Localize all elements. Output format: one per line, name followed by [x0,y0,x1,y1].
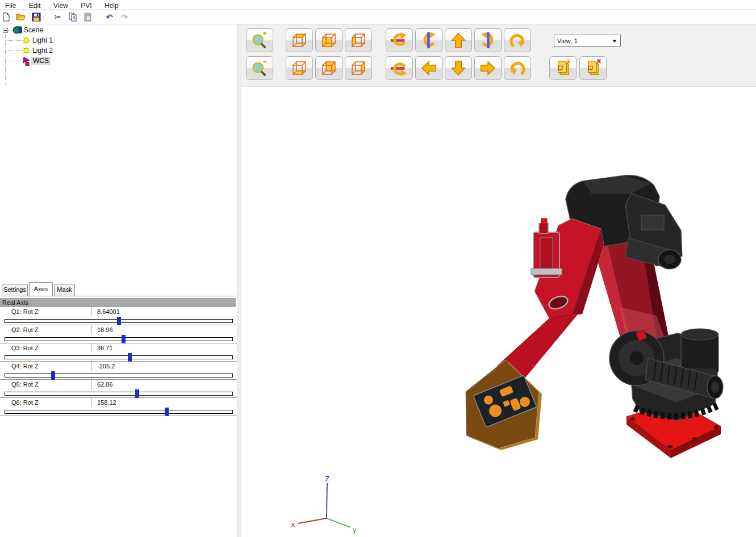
tree-item-scene[interactable]: Scene [12,25,45,35]
cut-button[interactable]: ✂ [52,11,64,23]
tree-connector [5,61,21,61]
robot-arm-model [461,171,739,460]
z-axis-line [327,483,327,518]
real-axis-header: Real Axis [0,298,236,307]
view-bottom-button[interactable] [286,56,313,80]
arrow-right-icon [479,60,496,77]
axis-slider-q1[interactable] [5,319,233,323]
y-axis-label: y [352,526,357,534]
zoom-out-icon [250,59,269,77]
save-button[interactable] [30,11,43,23]
robot-tool-plate [466,360,542,450]
rotate-cw-button[interactable] [504,28,531,52]
rotate-x-up-button[interactable] [386,28,413,52]
slider-thumb[interactable] [117,317,121,325]
pan-down-button[interactable] [445,56,472,80]
view-select-dropdown[interactable]: View_1 [554,35,621,47]
view-right-button[interactable] [345,56,372,80]
undo-icon: ↶ [106,13,113,21]
rotate-y-right-icon [479,31,497,49]
tree-item-label: Light 1 [31,36,55,44]
coordinate-triad: Z x y [287,475,367,537]
axis-label: Q6: Rot Z [11,399,39,406]
cube-bottom-icon [291,60,308,77]
open-file-icon [16,12,26,22]
undo-button[interactable]: ↶ [103,11,116,23]
rotate-ccw-button[interactable] [504,56,531,80]
tree-item-label: Light 2 [31,47,55,54]
rotate-y-left-button[interactable] [415,28,442,52]
menu-view[interactable]: View [48,1,73,10]
slider-thumb[interactable] [51,371,55,380]
pan-left-button[interactable] [415,56,442,80]
tree-item-label: WCS [31,57,51,65]
zoom-in-button[interactable] [246,28,273,52]
cube-right-icon [350,60,367,77]
redo-icon: ↷ [121,13,128,21]
axis-slider-q3[interactable] [5,355,233,359]
menu-pvi[interactable]: PVI [76,1,97,10]
axis-label: Q1: Rot Z [11,308,39,315]
copy-button[interactable] [66,11,79,23]
rotate-x-down-button[interactable] [386,56,413,80]
axis-row-q1: Q1: Rot Z 8.64001 [0,307,237,325]
menu-file[interactable]: File [0,1,21,10]
slider-thumb[interactable] [135,389,139,398]
view-top-button[interactable] [286,28,313,52]
new-file-icon [2,12,11,22]
arrow-down-icon [450,60,467,77]
slider-thumb[interactable] [122,335,126,343]
delete-view-button[interactable] [579,56,607,80]
view-back-button[interactable] [315,56,343,80]
toolbar-separator [47,11,47,22]
z-axis-label: Z [325,475,329,483]
menu-edit[interactable]: Edit [24,1,46,10]
axis-value: 8.64001 [91,307,233,316]
arrow-left-icon [420,60,437,77]
cube-back-icon [320,60,337,77]
new-file-button[interactable] [0,11,12,23]
view-left-button[interactable] [345,28,372,52]
view-front-button[interactable] [315,28,343,52]
toolbar-separator [98,11,99,22]
axis-slider-q2[interactable] [5,337,233,341]
file-toolbar: ✂ ↶ ↷ [0,10,756,24]
tree-expander[interactable] [3,28,8,33]
axis-row-q5: Q5: Rot Z 62.86 [0,380,237,398]
axis-slider-q5[interactable] [5,392,233,396]
slider-thumb[interactable] [165,408,169,416]
open-file-button[interactable] [15,11,27,23]
x-axis-line [298,518,327,523]
slider-thumb[interactable] [128,353,132,362]
add-view-button[interactable] [549,56,577,80]
rotate-y-right-button[interactable] [474,28,502,52]
axis-value: 36.71 [91,343,233,353]
axis-label: Q3: Rot Z [11,345,39,351]
zoom-out-button[interactable] [246,56,273,80]
panel-splitter[interactable] [237,24,241,537]
tree-item-wcs[interactable]: WCS [22,56,51,66]
pan-right-button[interactable] [474,56,502,80]
tree-item-light1[interactable]: Light 1 [22,35,55,45]
view-select-value: View_1 [557,37,578,44]
redo-button: ↷ [118,11,131,23]
pan-up-button[interactable] [445,28,472,52]
cut-icon: ✂ [55,13,61,21]
axis-label: Q2: Rot Z [11,326,39,333]
axis-slider-q6[interactable] [5,410,233,414]
view-toolbar: View_1 [241,24,756,86]
tab-settings[interactable]: Settings [2,284,28,296]
menu-help[interactable]: Help [99,1,124,10]
delete-view-icon [584,59,602,77]
rotate-ccw-icon [508,59,527,77]
axis-slider-q4[interactable] [5,374,233,377]
tab-mask[interactable]: Mask [54,284,75,296]
tree-item-light2[interactable]: Light 2 [22,45,55,56]
3d-viewport[interactable]: Z x y [241,86,756,537]
light-icon [22,36,31,45]
axis-label: Q4: Rot Z [11,363,39,370]
scene-tree: Scene Light 1 Light 2 WCS [0,24,237,282]
tree-connector [8,30,12,31]
tree-item-label: Scene [22,26,45,34]
tab-axes[interactable]: Axes [29,282,53,296]
